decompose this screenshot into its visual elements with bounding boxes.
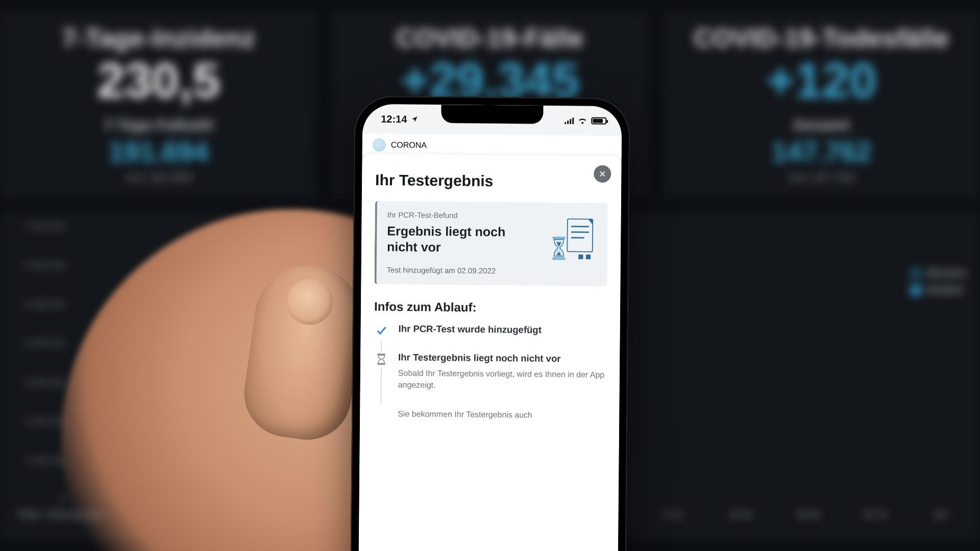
stat-value: +120: [673, 56, 970, 105]
phone-screen: 12:14 CORONA Ihr Testergebnis Ihr PCR-Te…: [358, 104, 622, 551]
bar-category-label: 15-34: [729, 510, 752, 520]
legend-item: Weiblich: [911, 284, 967, 296]
wifi-icon: [577, 117, 587, 124]
result-meta: Test hinzugefügt am 02.09.2022: [387, 265, 597, 276]
y-tick-label: 0: [9, 494, 65, 505]
stat-sub-label: Gesamt: [673, 116, 970, 134]
stat-title: 7-Tage-Inzidenz: [10, 23, 307, 53]
step-description: Sie bekommen Ihr Testergebnis auch: [398, 408, 606, 421]
bar-group: 60-79: [849, 506, 902, 520]
step-item: Sie bekommen Ihr Testergebnis auch: [373, 404, 606, 421]
legend-swatch-icon: [911, 285, 921, 295]
svg-rect-6: [586, 255, 591, 259]
hourglass-icon: [374, 352, 389, 367]
location-arrow-icon: [411, 116, 418, 123]
step-item: Ihr PCR-Test wurde hinzugefügt: [374, 323, 606, 340]
battery-icon: [591, 117, 606, 124]
process-steps: Ihr PCR-Test wurde hinzugefügt Ihr Teste…: [373, 323, 607, 422]
bar-category-label: 60-79: [864, 510, 887, 520]
result-headline: Ergebnis liegt noch nicht vor: [387, 223, 535, 256]
check-icon: [374, 323, 389, 338]
step-item: Ihr Testergebnis liegt noch nicht vor So…: [374, 352, 607, 392]
stat-title: COVID-19-Fälle: [341, 23, 638, 53]
stat-sub-value: 147.762: [673, 136, 970, 167]
svg-rect-0: [567, 219, 593, 252]
result-card[interactable]: Ihr PCR-Test-Befund Ergebnis liegt noch …: [374, 201, 607, 286]
app-logo-icon: [373, 138, 386, 151]
y-tick-label: 1.000.000: [9, 456, 65, 466]
y-tick-label: 2.000.000: [9, 416, 65, 427]
cellular-signal-icon: [565, 117, 574, 124]
legend-label: Männlich: [926, 267, 967, 279]
stat-footnote: von 147.762: [673, 170, 970, 185]
y-tick-label: 6.000.000: [9, 260, 65, 271]
svg-rect-8: [552, 257, 566, 260]
svg-rect-5: [578, 255, 583, 259]
stat-sub-value: 191.694: [10, 136, 307, 167]
test-result-sheet: Ihr Testergebnis Ihr PCR-Test-Befund Erg…: [358, 154, 622, 551]
chart-y-axis: 7.000.0006.000.0005.000.0004.000.0003.00…: [9, 221, 65, 505]
bar-group: 35-59: [781, 506, 835, 520]
y-tick-label: 3.000.000: [9, 378, 65, 388]
bar-group: 15-34: [714, 506, 767, 520]
close-icon: [599, 170, 606, 178]
app-name: CORONA: [391, 140, 427, 150]
y-tick-label: 5.000.000: [9, 299, 65, 310]
y-tick-label: 4.000.000: [9, 338, 65, 349]
close-button[interactable]: [594, 165, 611, 183]
bar-category-label: 80+: [935, 510, 950, 520]
chart-legend: Männlich Weiblich: [911, 267, 967, 296]
step-description: Sobald Ihr Testergebnis vorliegt, wird e…: [398, 367, 606, 392]
bar-category-label: 5-14: [664, 510, 682, 520]
bar-category-label: 35-59: [796, 510, 820, 520]
stat-card-deaths: COVID-19-Todesfälle +120 Gesamt 147.762 …: [663, 10, 980, 200]
status-time: 12:14: [381, 113, 407, 125]
pending-step-icon: [373, 404, 388, 419]
stat-title: COVID-19-Todesfälle: [673, 23, 970, 53]
legend-label: Weiblich: [926, 284, 964, 296]
legend-item: Männlich: [911, 267, 967, 279]
stat-footnote: von 191.694: [10, 170, 307, 185]
sheet-title: Ihr Testergebnis: [375, 171, 608, 191]
stat-sub-label: 7-Tage-Fallzahl: [10, 116, 307, 134]
stat-card-incidence: 7-Tage-Inzidenz 230,5 7-Tage-Fallzahl 19…: [0, 10, 317, 200]
step-title: Ihr PCR-Test wurde hinzugefügt: [399, 323, 607, 336]
phone-frame: 12:14 CORONA Ihr Testergebnis Ihr PCR-Te…: [350, 96, 630, 551]
section-title: Infos zum Ablauf:: [374, 299, 607, 316]
document-hourglass-icon: [551, 218, 599, 262]
bar-group: 80+: [916, 506, 969, 520]
step-title: Ihr Testergebnis liegt noch nicht vor: [398, 352, 606, 365]
phone-notch: [441, 105, 543, 124]
legend-swatch-icon: [911, 268, 921, 279]
stat-value: 230,5: [10, 56, 307, 105]
y-tick-label: 7.000.000: [9, 221, 65, 232]
bar-group: 5-14: [647, 506, 700, 520]
